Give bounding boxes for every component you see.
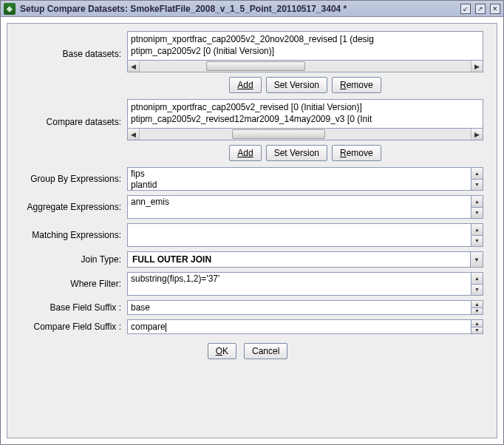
scroll-thumb[interactable] xyxy=(232,129,324,139)
list-item[interactable]: ptnonipm_xportfrac_cap2005v2_revised [0 … xyxy=(131,101,480,113)
list-item[interactable]: ptnonipm_xportfrac_cap2005v2_20nov2008_r… xyxy=(131,33,480,45)
compare-suffix-label: Compare Field Suffix : xyxy=(12,319,127,334)
base-set-version-button[interactable]: Set Version xyxy=(266,77,327,93)
base-datasets-buttons: Add Set Version Remove xyxy=(127,77,483,93)
scroll-left-icon[interactable]: ◀ xyxy=(128,61,140,72)
scroll-thumb[interactable] xyxy=(206,61,305,71)
minimize-button[interactable]: ↙ xyxy=(460,4,471,14)
spin-down-icon[interactable]: ▼ xyxy=(471,308,483,316)
base-suffix-field[interactable]: base ▲ ▼ xyxy=(127,300,483,315)
close-button[interactable]: ✕ xyxy=(490,4,500,14)
base-suffix-spinner: ▲ ▼ xyxy=(471,300,483,315)
base-remove-button[interactable]: Remove xyxy=(332,77,381,93)
mnemonic: Add xyxy=(237,80,253,90)
mnemonic-wrap: OK xyxy=(216,346,228,356)
compare-datasets-list[interactable]: ptnonipm_xportfrac_cap2005v2_revised [0 … xyxy=(127,99,483,129)
spin-up-icon[interactable]: ▲ xyxy=(471,167,483,180)
matching-input[interactable] xyxy=(127,223,471,247)
scroll-track[interactable] xyxy=(140,61,471,72)
compare-add-button[interactable]: Add xyxy=(229,145,261,161)
spin-down-icon[interactable]: ▼ xyxy=(471,327,483,335)
mnemonic-wrap: Remove xyxy=(340,80,373,90)
spin-down-icon[interactable]: ▼ xyxy=(471,285,483,296)
list-item[interactable]: ptipm_cap2005v2 [0 (Initial Version)] xyxy=(131,45,480,57)
spin-up-icon[interactable]: ▲ xyxy=(471,319,483,327)
where-filter-input[interactable]: substring(fips,1,2)='37' xyxy=(127,272,471,296)
compare-set-version-button[interactable]: Set Version xyxy=(266,145,327,161)
titlebar: ◆ Setup Compare Datasets: SmokeFlatFile_… xyxy=(1,1,503,17)
compare-remove-button[interactable]: Remove xyxy=(332,145,381,161)
chevron-down-icon[interactable]: ▼ xyxy=(470,252,483,267)
compare-suffix-spinner: ▲ ▼ xyxy=(471,319,483,334)
group-by-input[interactable]: fips plantid xyxy=(127,167,471,191)
base-datasets-hscroll[interactable]: ◀ ▶ xyxy=(127,61,483,72)
spin-down-icon[interactable]: ▼ xyxy=(471,236,483,248)
aggregate-spinner: ▲ ▼ xyxy=(471,195,483,219)
maximize-button[interactable]: ↗ xyxy=(475,4,486,14)
join-type-value: FULL OUTER JOIN xyxy=(128,252,470,267)
group-by-field[interactable]: fips plantid ▲ ▼ xyxy=(127,167,483,191)
scroll-right-icon[interactable]: ▶ xyxy=(471,61,483,72)
scroll-track[interactable] xyxy=(140,129,471,140)
join-type-label: Join Type: xyxy=(12,251,127,268)
where-filter-spinner: ▲ ▼ xyxy=(471,272,483,296)
content-panel: Base datasets: ptnonipm_xportfrac_cap200… xyxy=(7,23,497,438)
base-datasets-label: Base datasets: xyxy=(12,31,127,93)
group-by-line: plantid xyxy=(131,180,468,191)
app-icon: ◆ xyxy=(4,3,16,15)
spin-down-icon[interactable]: ▼ xyxy=(471,180,483,191)
spin-down-icon[interactable]: ▼ xyxy=(471,208,483,220)
where-filter-field[interactable]: substring(fips,1,2)='37' ▲ ▼ xyxy=(127,272,483,296)
matching-spinner: ▲ ▼ xyxy=(471,223,483,247)
group-by-line: fips xyxy=(131,169,468,180)
spin-up-icon[interactable]: ▲ xyxy=(471,272,483,285)
where-filter-label: Where Filter: xyxy=(12,272,127,296)
matching-field[interactable]: ▲ ▼ xyxy=(127,223,483,247)
scroll-right-icon[interactable]: ▶ xyxy=(471,129,483,140)
matching-label: Matching Expressions: xyxy=(12,223,127,247)
compare-datasets-label: Compare datasets: xyxy=(12,99,127,161)
mnemonic: Add xyxy=(237,148,253,158)
join-type-combo[interactable]: FULL OUTER JOIN ▼ xyxy=(127,251,483,268)
window-title: Setup Compare Datasets: SmokeFlatFile_20… xyxy=(20,4,460,14)
scroll-left-icon[interactable]: ◀ xyxy=(128,129,140,140)
aggregate-input[interactable]: ann_emis xyxy=(127,195,471,219)
spin-up-icon[interactable]: ▲ xyxy=(471,300,483,308)
aggregate-field[interactable]: ann_emis ▲ ▼ xyxy=(127,195,483,219)
compare-suffix-input[interactable]: compare xyxy=(127,319,471,334)
spin-up-icon[interactable]: ▲ xyxy=(471,223,483,236)
compare-datasets-hscroll[interactable]: ◀ ▶ xyxy=(127,129,483,140)
group-by-spinner: ▲ ▼ xyxy=(471,167,483,191)
base-add-button[interactable]: Add xyxy=(229,77,261,93)
app-window: ◆ Setup Compare Datasets: SmokeFlatFile_… xyxy=(0,0,504,445)
spin-up-icon[interactable]: ▲ xyxy=(471,195,483,208)
base-datasets-list[interactable]: ptnonipm_xportfrac_cap2005v2_20nov2008_r… xyxy=(127,31,483,61)
ok-button[interactable]: OK xyxy=(208,343,236,359)
mnemonic-wrap: Remove xyxy=(340,148,373,158)
group-by-label: Group By Expressions: xyxy=(12,167,127,191)
list-item[interactable]: ptipm_cap2005v2_revised12mar2009_14may20… xyxy=(131,113,480,125)
compare-datasets-buttons: Add Set Version Remove xyxy=(127,145,483,161)
base-suffix-input[interactable]: base xyxy=(127,300,471,315)
base-suffix-label: Base Field Suffix : xyxy=(12,300,127,315)
dialog-buttons: OK Cancel xyxy=(12,343,483,359)
window-controls: ↙ ↗ ✕ xyxy=(460,4,500,14)
aggregate-label: Aggregate Expressions: xyxy=(12,195,127,219)
compare-suffix-field[interactable]: compare ▲ ▼ xyxy=(127,319,483,334)
cancel-button[interactable]: Cancel xyxy=(244,343,287,359)
